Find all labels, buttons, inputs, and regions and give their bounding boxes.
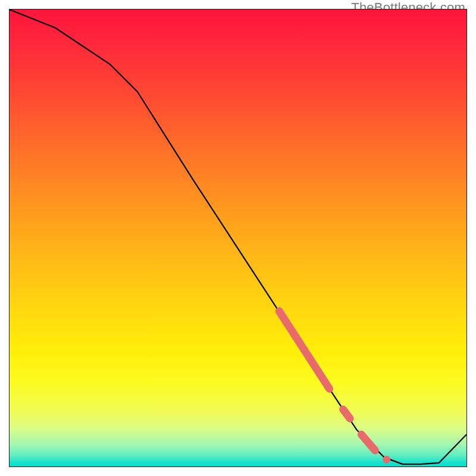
highlight-segment-1 xyxy=(343,409,350,418)
highlight-dot-0 xyxy=(383,456,390,464)
chart-svg xyxy=(10,10,466,466)
highlight-segment-2 xyxy=(361,434,375,450)
bottleneck-curve xyxy=(10,10,466,464)
highlight-segment-0 xyxy=(279,311,329,389)
plot-area xyxy=(9,9,467,467)
chart-container: TheBottleneck.com xyxy=(0,0,476,476)
